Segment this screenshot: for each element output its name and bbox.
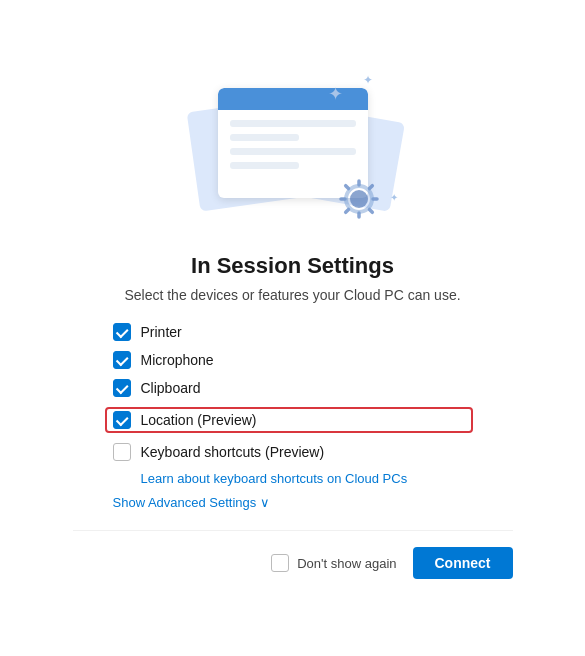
options-list: Printer Microphone Clipboard Location (P… xyxy=(113,323,473,461)
illus-window-bar xyxy=(218,88,368,110)
gear-icon xyxy=(333,173,385,225)
label-printer: Printer xyxy=(141,324,182,340)
option-location: Location (Preview) xyxy=(105,407,473,433)
checkbox-microphone[interactable] xyxy=(113,351,131,369)
advanced-settings-label: Show Advanced Settings xyxy=(113,495,257,510)
illustration: ✦ ✦ ✦ xyxy=(183,73,403,233)
illus-line-short xyxy=(230,134,299,141)
label-clipboard: Clipboard xyxy=(141,380,201,396)
illus-line-2 xyxy=(230,148,356,155)
option-printer: Printer xyxy=(113,323,473,341)
connect-button[interactable]: Connect xyxy=(413,547,513,579)
advanced-settings-link[interactable]: Show Advanced Settings ∨ xyxy=(113,495,473,510)
illus-line xyxy=(230,120,356,127)
label-microphone: Microphone xyxy=(141,352,214,368)
checkbox-dont-show[interactable] xyxy=(271,554,289,572)
illus-line-short-2 xyxy=(230,162,299,169)
dont-show-text: Don't show again xyxy=(297,556,396,571)
sparkle-icon-2: ✦ xyxy=(363,73,373,87)
keyboard-shortcuts-link-row: Learn about keyboard shortcuts on Cloud … xyxy=(113,469,473,487)
label-location: Location (Preview) xyxy=(141,412,257,428)
option-microphone: Microphone xyxy=(113,351,473,369)
checkbox-printer[interactable] xyxy=(113,323,131,341)
label-keyboard: Keyboard shortcuts (Preview) xyxy=(141,444,325,460)
option-keyboard: Keyboard shortcuts (Preview) xyxy=(113,443,473,461)
sparkle-icon-1: ✦ xyxy=(328,83,343,105)
checkbox-keyboard[interactable] xyxy=(113,443,131,461)
sparkle-icon-3: ✦ xyxy=(390,192,398,203)
dialog-title: In Session Settings xyxy=(191,253,394,279)
option-clipboard: Clipboard xyxy=(113,379,473,397)
checkbox-location[interactable] xyxy=(113,411,131,429)
svg-point-0 xyxy=(350,190,368,208)
chevron-down-icon: ∨ xyxy=(260,495,270,510)
dont-show-label[interactable]: Don't show again xyxy=(271,554,396,572)
dialog-footer: Don't show again Connect xyxy=(73,530,513,579)
dialog-subtitle: Select the devices or features your Clou… xyxy=(124,287,460,303)
keyboard-shortcuts-link[interactable]: Learn about keyboard shortcuts on Cloud … xyxy=(141,471,408,486)
advanced-settings-row: Show Advanced Settings ∨ xyxy=(113,495,473,510)
in-session-settings-dialog: ✦ ✦ ✦ In Session Settings Select the dev… xyxy=(33,53,553,603)
illus-window-lines xyxy=(218,110,368,169)
checkbox-clipboard[interactable] xyxy=(113,379,131,397)
